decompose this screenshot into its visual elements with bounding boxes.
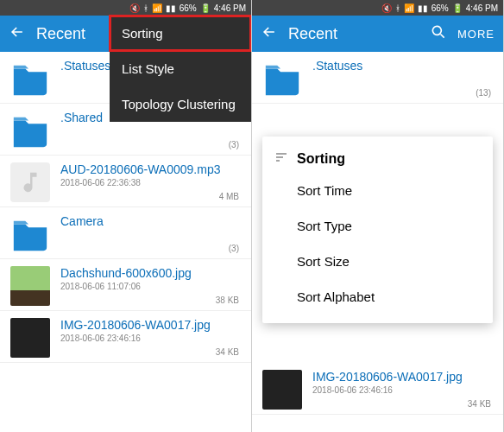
popup-header: Sorting — [262, 145, 493, 173]
list-item[interactable]: IMG-20180606-WA0017.jpg 2018-06-06 23:46… — [252, 363, 503, 415]
item-meta: (13) — [476, 88, 491, 98]
folder-icon — [262, 59, 302, 98]
item-title: AUD-20180606-WA0009.mp3 — [60, 162, 241, 176]
item-meta: (3) — [229, 244, 239, 253]
list-item[interactable]: Dachshund-600x600.jpg 2018-06-06 11:07:0… — [0, 259, 251, 311]
menu-item-topology-clustering[interactable]: Topology Clustering — [110, 86, 251, 122]
item-meta: 34 KB — [216, 347, 239, 357]
folder-icon — [10, 59, 50, 98]
mute-icon: 🔇 — [381, 3, 392, 13]
signal-icon: ▮▮ — [418, 3, 428, 13]
bluetooth-icon: ᚼ — [143, 3, 148, 13]
audio-icon — [10, 162, 50, 202]
item-meta: 34 KB — [468, 399, 491, 409]
image-thumbnail — [262, 370, 302, 410]
clock: 4:46 PM — [466, 3, 498, 13]
item-subtitle: 2018-06-06 11:07:06 — [60, 282, 241, 291]
wifi-icon: 📶 — [152, 3, 162, 13]
battery-icon: 🔋 — [452, 3, 463, 13]
bluetooth-icon: ᚼ — [395, 3, 400, 13]
menu-item-list-style[interactable]: List Style — [110, 51, 251, 86]
menu-item-sorting[interactable]: Sorting — [110, 16, 251, 51]
image-thumbnail — [10, 318, 50, 358]
item-meta: (3) — [229, 140, 239, 149]
overflow-menu: Sorting List Style Topology Clustering — [110, 16, 251, 122]
signal-icon: ▮▮ — [166, 3, 176, 13]
sort-option-time[interactable]: Sort Time — [262, 173, 493, 208]
search-icon[interactable] — [430, 23, 447, 45]
item-title: .Statuses — [312, 59, 493, 73]
list-item[interactable]: IMG-20180606-WA0017.jpg 2018-06-06 23:46… — [0, 311, 251, 363]
status-bar: 🔇 ᚼ 📶 ▮▮ 66% 🔋 4:46 PM — [252, 0, 503, 16]
svg-point-0 — [432, 26, 441, 35]
image-thumbnail — [10, 266, 50, 306]
app-bar: Recent MORE — [252, 16, 503, 52]
battery-text: 66% — [432, 3, 449, 13]
sort-option-type[interactable]: Sort Type — [262, 208, 493, 244]
item-title: Camera — [60, 214, 241, 228]
folder-icon — [10, 111, 50, 150]
appbar-title: Recent — [36, 25, 85, 43]
back-icon[interactable] — [261, 23, 278, 45]
appbar-title: Recent — [288, 25, 337, 43]
sort-option-alphabet[interactable]: Sort Alphabet — [262, 279, 493, 314]
clock: 4:46 PM — [214, 3, 246, 13]
item-subtitle: 2018-06-06 23:46:16 — [60, 334, 241, 343]
list-item[interactable]: AUD-20180606-WA0009.mp3 2018-06-06 22:36… — [0, 156, 251, 207]
sorting-popup: Sorting Sort Time Sort Type Sort Size So… — [262, 137, 493, 323]
item-subtitle: 2018-06-06 23:46:16 — [312, 385, 493, 395]
status-bar: 🔇 ᚼ 📶 ▮▮ 66% 🔋 4:46 PM — [0, 0, 251, 16]
screenshot-right: 🔇 ᚼ 📶 ▮▮ 66% 🔋 4:46 PM Recent MORE .Stat… — [252, 0, 504, 432]
wifi-icon: 📶 — [404, 3, 414, 13]
item-subtitle: 2018-06-06 22:36:38 — [60, 178, 241, 187]
sort-icon — [274, 150, 288, 168]
list-item[interactable]: Camera (3) — [0, 207, 251, 259]
list-item[interactable]: .Statuses (13) — [252, 52, 503, 104]
more-button[interactable]: MORE — [457, 28, 495, 41]
item-title: Dachshund-600x600.jpg — [60, 266, 241, 280]
item-title: IMG-20180606-WA0017.jpg — [60, 318, 241, 332]
battery-text: 66% — [180, 3, 197, 13]
back-icon[interactable] — [9, 23, 26, 45]
battery-icon: 🔋 — [200, 3, 211, 13]
popup-title: Sorting — [297, 151, 345, 167]
item-meta: 4 MB — [219, 192, 239, 201]
sort-option-size[interactable]: Sort Size — [262, 244, 493, 279]
item-title: IMG-20180606-WA0017.jpg — [312, 370, 493, 384]
mute-icon: 🔇 — [129, 3, 140, 13]
item-meta: 38 KB — [216, 295, 239, 305]
folder-icon — [10, 214, 50, 254]
screenshot-left: 🔇 ᚼ 📶 ▮▮ 66% 🔋 4:46 PM Recent .Statuses … — [0, 0, 252, 432]
